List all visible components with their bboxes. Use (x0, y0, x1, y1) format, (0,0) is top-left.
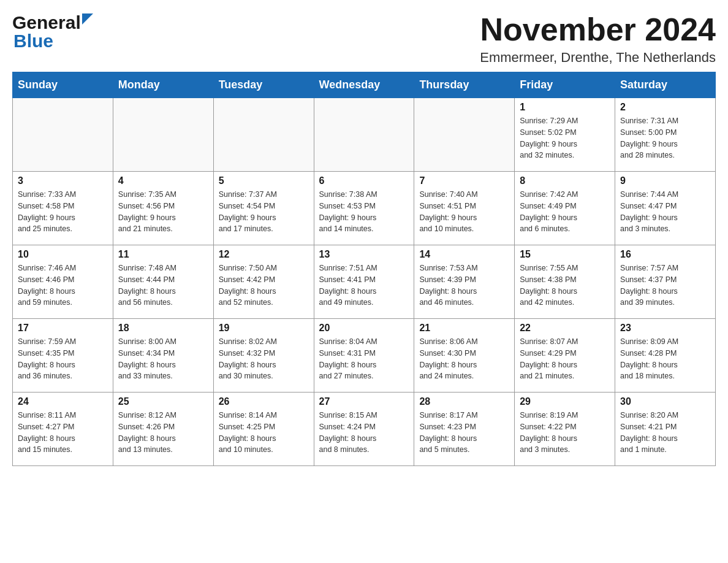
calendar-cell: 16Sunrise: 7:57 AMSunset: 4:37 PMDayligh… (615, 245, 716, 319)
logo-general-text: General (12, 12, 81, 33)
calendar-cell: 28Sunrise: 8:17 AMSunset: 4:23 PMDayligh… (414, 393, 515, 466)
calendar-header-tuesday: Tuesday (213, 72, 314, 98)
day-number: 25 (118, 396, 208, 407)
day-number: 6 (319, 175, 409, 186)
day-number: 21 (419, 323, 509, 334)
day-info: Sunrise: 7:55 AMSunset: 4:38 PMDaylight:… (520, 262, 610, 308)
calendar-cell: 4Sunrise: 7:35 AMSunset: 4:56 PMDaylight… (113, 172, 213, 245)
day-info: Sunrise: 8:04 AMSunset: 4:31 PMDaylight:… (319, 336, 409, 382)
logo-triangle-icon (82, 13, 96, 27)
day-info: Sunrise: 7:59 AMSunset: 4:35 PMDaylight:… (18, 336, 108, 382)
day-number: 3 (18, 175, 108, 186)
day-number: 16 (620, 249, 710, 260)
calendar-cell (314, 98, 414, 172)
calendar-cell: 15Sunrise: 7:55 AMSunset: 4:38 PMDayligh… (515, 245, 615, 319)
day-number: 18 (118, 323, 208, 334)
calendar-cell: 10Sunrise: 7:46 AMSunset: 4:46 PMDayligh… (13, 245, 113, 319)
calendar-week-row: 17Sunrise: 7:59 AMSunset: 4:35 PMDayligh… (13, 319, 716, 393)
day-info: Sunrise: 7:31 AMSunset: 5:00 PMDaylight:… (620, 115, 710, 161)
day-number: 5 (219, 175, 309, 186)
calendar-table: SundayMondayTuesdayWednesdayThursdayFrid… (12, 72, 716, 466)
calendar-cell (213, 98, 314, 172)
day-info: Sunrise: 7:44 AMSunset: 4:47 PMDaylight:… (620, 189, 710, 235)
calendar-cell: 19Sunrise: 8:02 AMSunset: 4:32 PMDayligh… (213, 319, 314, 393)
day-info: Sunrise: 7:42 AMSunset: 4:49 PMDaylight:… (520, 189, 610, 235)
day-info: Sunrise: 8:19 AMSunset: 4:22 PMDaylight:… (520, 410, 610, 456)
calendar-header-friday: Friday (515, 72, 615, 98)
calendar-cell: 20Sunrise: 8:04 AMSunset: 4:31 PMDayligh… (314, 319, 414, 393)
calendar-cell: 24Sunrise: 8:11 AMSunset: 4:27 PMDayligh… (13, 393, 113, 466)
day-number: 20 (319, 323, 409, 334)
day-info: Sunrise: 8:02 AMSunset: 4:32 PMDaylight:… (219, 336, 309, 382)
calendar-cell (113, 98, 213, 172)
day-info: Sunrise: 7:46 AMSunset: 4:46 PMDaylight:… (18, 262, 108, 308)
day-info: Sunrise: 8:07 AMSunset: 4:29 PMDaylight:… (520, 336, 610, 382)
calendar-week-row: 10Sunrise: 7:46 AMSunset: 4:46 PMDayligh… (13, 245, 716, 319)
calendar-cell: 22Sunrise: 8:07 AMSunset: 4:29 PMDayligh… (515, 319, 615, 393)
location-text: Emmermeer, Drenthe, The Netherlands (480, 50, 716, 66)
calendar-cell: 25Sunrise: 8:12 AMSunset: 4:26 PMDayligh… (113, 393, 213, 466)
day-number: 10 (18, 249, 108, 260)
day-info: Sunrise: 8:20 AMSunset: 4:21 PMDaylight:… (620, 410, 710, 456)
calendar-cell: 12Sunrise: 7:50 AMSunset: 4:42 PMDayligh… (213, 245, 314, 319)
day-info: Sunrise: 7:40 AMSunset: 4:51 PMDaylight:… (419, 189, 509, 235)
calendar-cell: 26Sunrise: 8:14 AMSunset: 4:25 PMDayligh… (213, 393, 314, 466)
day-number: 27 (319, 396, 409, 407)
day-info: Sunrise: 7:37 AMSunset: 4:54 PMDaylight:… (219, 189, 309, 235)
calendar-cell: 11Sunrise: 7:48 AMSunset: 4:44 PMDayligh… (113, 245, 213, 319)
day-info: Sunrise: 7:48 AMSunset: 4:44 PMDaylight:… (118, 262, 208, 308)
day-number: 12 (219, 249, 309, 260)
calendar-header-saturday: Saturday (615, 72, 716, 98)
day-info: Sunrise: 7:33 AMSunset: 4:58 PMDaylight:… (18, 189, 108, 235)
day-number: 7 (419, 175, 509, 186)
month-title: November 2024 (480, 12, 716, 47)
calendar-week-row: 24Sunrise: 8:11 AMSunset: 4:27 PMDayligh… (13, 393, 716, 466)
day-number: 9 (620, 175, 710, 186)
day-number: 17 (18, 323, 108, 334)
day-info: Sunrise: 8:14 AMSunset: 4:25 PMDaylight:… (219, 410, 309, 456)
day-info: Sunrise: 7:35 AMSunset: 4:56 PMDaylight:… (118, 189, 208, 235)
day-info: Sunrise: 8:09 AMSunset: 4:28 PMDaylight:… (620, 336, 710, 382)
day-number: 24 (18, 396, 108, 407)
calendar-cell: 9Sunrise: 7:44 AMSunset: 4:47 PMDaylight… (615, 172, 716, 245)
logo-blue-text: Blue (13, 31, 53, 51)
calendar-header-wednesday: Wednesday (314, 72, 414, 98)
calendar-cell: 17Sunrise: 7:59 AMSunset: 4:35 PMDayligh… (13, 319, 113, 393)
calendar-cell: 7Sunrise: 7:40 AMSunset: 4:51 PMDaylight… (414, 172, 515, 245)
calendar-cell: 14Sunrise: 7:53 AMSunset: 4:39 PMDayligh… (414, 245, 515, 319)
day-number: 30 (620, 396, 710, 407)
day-info: Sunrise: 8:17 AMSunset: 4:23 PMDaylight:… (419, 410, 509, 456)
calendar-cell: 2Sunrise: 7:31 AMSunset: 5:00 PMDaylight… (615, 98, 716, 172)
calendar-cell: 21Sunrise: 8:06 AMSunset: 4:30 PMDayligh… (414, 319, 515, 393)
day-number: 28 (419, 396, 509, 407)
day-number: 23 (620, 323, 710, 334)
day-info: Sunrise: 8:11 AMSunset: 4:27 PMDaylight:… (18, 410, 108, 456)
day-number: 13 (319, 249, 409, 260)
day-number: 19 (219, 323, 309, 334)
svg-marker-0 (82, 13, 93, 25)
day-info: Sunrise: 7:51 AMSunset: 4:41 PMDaylight:… (319, 262, 409, 308)
day-number: 1 (520, 102, 610, 113)
day-number: 26 (219, 396, 309, 407)
day-number: 4 (118, 175, 208, 186)
day-number: 14 (419, 249, 509, 260)
calendar-cell: 3Sunrise: 7:33 AMSunset: 4:58 PMDaylight… (13, 172, 113, 245)
calendar-header-row: SundayMondayTuesdayWednesdayThursdayFrid… (13, 72, 716, 98)
calendar-cell (414, 98, 515, 172)
day-info: Sunrise: 8:00 AMSunset: 4:34 PMDaylight:… (118, 336, 208, 382)
title-section: November 2024 Emmermeer, Drenthe, The Ne… (480, 12, 716, 66)
day-info: Sunrise: 7:29 AMSunset: 5:02 PMDaylight:… (520, 115, 610, 161)
calendar-cell: 1Sunrise: 7:29 AMSunset: 5:02 PMDaylight… (515, 98, 615, 172)
day-number: 11 (118, 249, 208, 260)
calendar-week-row: 1Sunrise: 7:29 AMSunset: 5:02 PMDaylight… (13, 98, 716, 172)
calendar-cell: 23Sunrise: 8:09 AMSunset: 4:28 PMDayligh… (615, 319, 716, 393)
day-number: 22 (520, 323, 610, 334)
day-info: Sunrise: 7:50 AMSunset: 4:42 PMDaylight:… (219, 262, 309, 308)
logo: General Blue (12, 12, 96, 52)
calendar-cell: 13Sunrise: 7:51 AMSunset: 4:41 PMDayligh… (314, 245, 414, 319)
day-number: 8 (520, 175, 610, 186)
calendar-cell: 8Sunrise: 7:42 AMSunset: 4:49 PMDaylight… (515, 172, 615, 245)
calendar-cell: 27Sunrise: 8:15 AMSunset: 4:24 PMDayligh… (314, 393, 414, 466)
page-header: General Blue November 2024 Emmermeer, Dr… (12, 12, 716, 66)
calendar-header-monday: Monday (113, 72, 213, 98)
